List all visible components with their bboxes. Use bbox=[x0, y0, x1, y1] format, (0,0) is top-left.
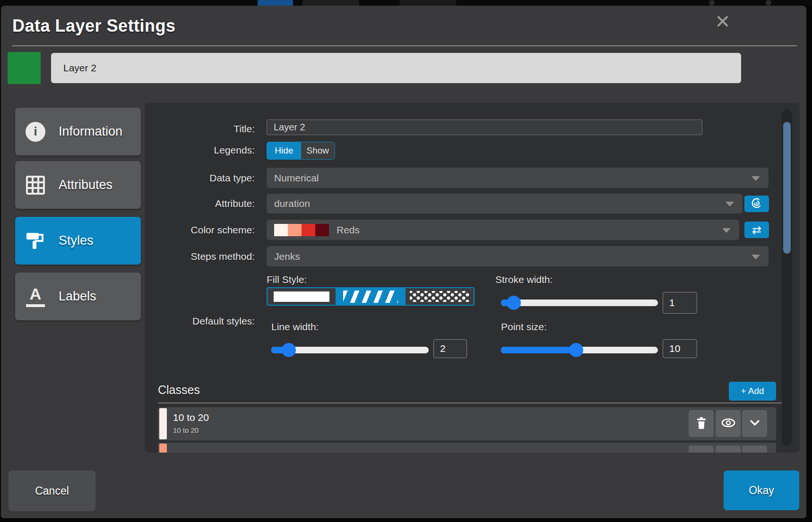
legends-show-option[interactable]: Show bbox=[301, 142, 335, 159]
fill-style-segmented-control bbox=[267, 287, 475, 306]
classes-list: 10 to 20 10 to 20 bbox=[158, 407, 776, 453]
chevron-down-icon bbox=[722, 228, 731, 233]
sidebar-item-information[interactable]: i Information bbox=[15, 108, 141, 155]
sidebar-item-label: Styles bbox=[59, 233, 94, 248]
cancel-button[interactable]: Cancel bbox=[9, 471, 95, 511]
color-scheme-dropdown[interactable]: Reds bbox=[267, 220, 739, 240]
class-color-swatch bbox=[159, 444, 167, 453]
eye-icon bbox=[721, 418, 735, 429]
legends-label: Legends: bbox=[145, 142, 255, 159]
steps-method-dropdown[interactable]: Jenks bbox=[267, 246, 769, 266]
trash-icon bbox=[696, 417, 707, 430]
expand-class-button[interactable] bbox=[742, 445, 767, 453]
delete-class-button[interactable] bbox=[689, 445, 714, 453]
line-width-label: Line width: bbox=[271, 321, 319, 333]
title-label: Title: bbox=[145, 121, 255, 137]
dialog-title: Data Layer Settings bbox=[12, 16, 176, 36]
steps-method-value: Jenks bbox=[274, 251, 300, 262]
expand-class-button[interactable] bbox=[742, 410, 767, 437]
classes-heading: Classes bbox=[158, 383, 200, 397]
palette-swatch bbox=[288, 224, 302, 236]
stroke-width-value[interactable]: 1 bbox=[663, 292, 697, 314]
sidebar-item-attributes[interactable]: Attributes bbox=[15, 161, 141, 209]
palette-swatch bbox=[315, 224, 329, 236]
background-button bbox=[302, 0, 359, 6]
visibility-button[interactable] bbox=[716, 410, 741, 437]
attribute-label: Attribute: bbox=[145, 194, 255, 214]
classes-divider bbox=[158, 402, 785, 403]
legends-hide-option[interactable]: Hide bbox=[267, 142, 301, 159]
data-layer-settings-dialog: Data Layer Settings i Information Attrib… bbox=[1, 6, 806, 518]
styles-panel: Title: Legends: Hide Show Data type: Num… bbox=[145, 103, 800, 453]
stroke-width-label: Stroke width: bbox=[495, 274, 553, 285]
class-title: 10 to 20 bbox=[173, 412, 209, 423]
palette-swatch bbox=[274, 224, 288, 236]
fill-style-hatch-option[interactable] bbox=[336, 288, 405, 305]
chevron-down-icon bbox=[726, 202, 734, 206]
steps-method-label: Steps method: bbox=[145, 246, 255, 266]
okay-button[interactable]: Okay bbox=[724, 471, 799, 510]
visibility-button[interactable] bbox=[716, 445, 741, 453]
screen: Data Layer Settings i Information Attrib… bbox=[0, 0, 812, 522]
point-size-slider[interactable] bbox=[501, 347, 658, 353]
palette-swatch bbox=[302, 224, 315, 236]
background-button bbox=[399, 0, 456, 6]
dots-fill-icon bbox=[410, 291, 469, 302]
class-color-swatch bbox=[159, 408, 167, 439]
reverse-colors-button[interactable]: ⇄ bbox=[744, 222, 769, 238]
data-type-label: Data type: bbox=[145, 168, 255, 188]
fill-style-dots-option[interactable] bbox=[405, 288, 474, 305]
attribute-dropdown[interactable]: duration bbox=[267, 194, 743, 214]
sidebar-item-label: Attributes bbox=[59, 178, 112, 192]
line-width-value[interactable]: 2 bbox=[433, 339, 467, 358]
data-type-dropdown[interactable]: Numerical bbox=[267, 168, 769, 188]
layer-name-input[interactable] bbox=[51, 53, 741, 83]
add-class-button[interactable]: + Add bbox=[729, 382, 776, 401]
grid-icon bbox=[25, 174, 46, 196]
trash-icon bbox=[696, 452, 707, 453]
panel-scrollbar-track[interactable] bbox=[782, 110, 792, 446]
delete-class-button[interactable] bbox=[689, 410, 714, 437]
background-app-strip bbox=[0, 0, 812, 6]
sidebar-item-labels[interactable]: A Labels bbox=[15, 273, 141, 320]
attribute-value: duration bbox=[274, 198, 310, 209]
stroke-width-slider[interactable] bbox=[501, 300, 658, 306]
label-a-icon: A bbox=[25, 286, 46, 308]
fill-style-label: Fill Style: bbox=[267, 274, 307, 285]
data-type-value: Numerical bbox=[274, 172, 319, 184]
slider-fill bbox=[501, 347, 576, 353]
slider-track[interactable] bbox=[501, 300, 658, 306]
background-button bbox=[258, 0, 293, 6]
color-scheme-palette bbox=[274, 224, 329, 236]
sidebar-item-styles[interactable]: Styles bbox=[15, 217, 141, 265]
header-divider bbox=[12, 45, 797, 46]
background-icon bbox=[766, 0, 771, 6]
layer-color-swatch[interactable] bbox=[8, 52, 41, 84]
panel-scrollbar-thumb[interactable] bbox=[783, 122, 791, 254]
paint-roller-icon bbox=[25, 230, 46, 252]
slider-thumb[interactable] bbox=[507, 296, 521, 310]
class-row[interactable] bbox=[158, 443, 776, 453]
classify-button[interactable] bbox=[744, 196, 769, 212]
chevron-down-icon bbox=[750, 419, 760, 428]
background-icon bbox=[709, 0, 715, 6]
classify-icon bbox=[751, 197, 763, 211]
class-subtitle: 10 to 20 bbox=[173, 426, 199, 434]
slider-thumb[interactable] bbox=[569, 343, 583, 357]
chevron-down-icon bbox=[752, 255, 760, 259]
line-width-slider[interactable] bbox=[271, 347, 429, 353]
point-size-label: Point size: bbox=[501, 321, 547, 333]
default-styles-label: Default styles: bbox=[145, 316, 255, 327]
slider-thumb[interactable] bbox=[282, 343, 296, 357]
solid-fill-icon bbox=[274, 291, 329, 302]
point-size-value[interactable]: 10 bbox=[663, 339, 697, 358]
close-icon[interactable] bbox=[715, 13, 731, 29]
fill-style-solid-option[interactable] bbox=[268, 288, 336, 305]
class-row[interactable]: 10 to 20 10 to 20 bbox=[158, 407, 776, 440]
legends-toggle: Hide Show bbox=[267, 142, 335, 160]
title-input[interactable] bbox=[267, 120, 702, 135]
color-scheme-value: Reds bbox=[337, 224, 360, 236]
sidebar-item-label: Information bbox=[59, 124, 122, 139]
swap-arrows-icon: ⇄ bbox=[752, 223, 761, 237]
hatch-fill-icon bbox=[343, 291, 398, 303]
